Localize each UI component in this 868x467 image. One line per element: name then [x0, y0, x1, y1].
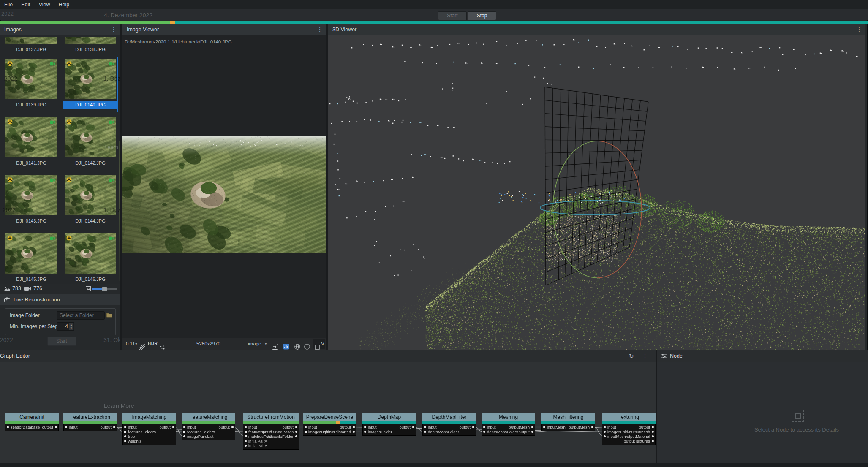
- input-pin[interactable]: [424, 431, 426, 433]
- live-reconstruction-start-button[interactable]: Start: [47, 337, 76, 346]
- input-pin[interactable]: [245, 440, 247, 442]
- image-thumbnail-list[interactable]: DJI_0137.JPGDJI_0138.JPGDJI_0139.JPGDJI_…: [0, 37, 120, 284]
- stop-button[interactable]: Stop: [468, 11, 496, 20]
- thumbnail-dji_0139[interactable]: DJI_0139.JPG: [4, 57, 58, 112]
- output-pin[interactable]: [55, 426, 57, 428]
- thumbnail-dji_0142[interactable]: DJI_0142.JPG: [63, 115, 117, 170]
- menu-edit[interactable]: Edit: [17, 0, 35, 9]
- menu-view[interactable]: View: [35, 0, 54, 9]
- output-pin[interactable]: [231, 426, 234, 428]
- graph-node-imagematching[interactable]: ImageMatchinginputoutputfeaturesFolderst…: [122, 413, 176, 445]
- thumbnail-dji_0143[interactable]: DJI_0143.JPG: [4, 173, 58, 228]
- input-pin[interactable]: [124, 431, 126, 433]
- graph-node-texturing[interactable]: TexturinginputoutputimagesFolderoutputMe…: [602, 413, 656, 445]
- hdr-toggle[interactable]: HDR: [148, 338, 158, 350]
- output-pin[interactable]: [652, 440, 654, 442]
- menu-help[interactable]: Help: [54, 0, 74, 9]
- input-pin[interactable]: [305, 426, 307, 428]
- output-pin[interactable]: [353, 431, 355, 433]
- thumbnail-dji_0138[interactable]: DJI_0138.JPG: [63, 37, 117, 57]
- input-pin[interactable]: [245, 435, 247, 437]
- image-viewer-menu-icon[interactable]: ⋮: [317, 26, 323, 33]
- channel-dropdown[interactable]: image: [248, 338, 261, 350]
- input-pin[interactable]: [245, 426, 247, 428]
- input-pin[interactable]: [245, 431, 247, 433]
- graph-node-featurematching[interactable]: FeatureMatchinginputoutputfeaturesFolder…: [182, 413, 235, 440]
- min-images-stepper[interactable]: 4 ▲ ▼: [57, 322, 74, 331]
- input-pin[interactable]: [124, 435, 126, 437]
- thumb-size-slider-handle[interactable]: [102, 287, 107, 291]
- input-pin[interactable]: [604, 431, 606, 433]
- input-pin[interactable]: [483, 426, 485, 428]
- graph-node-meshfiltering[interactable]: MeshFilteringinputMeshoutputMesh: [541, 413, 595, 431]
- graph-editor-menu-icon[interactable]: ⋮: [642, 352, 648, 360]
- input-pin[interactable]: [604, 426, 606, 428]
- refresh-icon[interactable]: ↻: [629, 350, 634, 362]
- output-pin[interactable]: [295, 426, 297, 428]
- point-cloud-viewport[interactable]: [328, 35, 865, 350]
- folder-icon[interactable]: [106, 312, 112, 318]
- thumbnail-dji_0141[interactable]: DJI_0141.JPG: [4, 115, 58, 170]
- intrinsics-icon: [7, 177, 13, 182]
- output-pin[interactable]: [531, 426, 533, 428]
- output-pin[interactable]: [295, 431, 297, 433]
- chevron-down-icon[interactable]: ▾: [265, 338, 267, 350]
- thumbnail-dji_0145[interactable]: DJI_0145.JPG: [4, 231, 58, 284]
- output-pin[interactable]: [531, 431, 533, 433]
- zoom-level[interactable]: 0.11x: [126, 338, 137, 350]
- reconstructed-camera-icon: [50, 61, 55, 67]
- thumb-size-slider[interactable]: [92, 288, 117, 290]
- graph-node-camerainit[interactable]: CameraInitsensorDatabaseoutput: [5, 413, 59, 431]
- output-pin[interactable]: [652, 426, 654, 428]
- input-pin[interactable]: [424, 426, 426, 428]
- start-button[interactable]: Start: [438, 11, 467, 20]
- input-pin[interactable]: [124, 426, 126, 428]
- image-folder-field[interactable]: Select a Folder: [57, 311, 105, 320]
- thumbnail-dji_0144[interactable]: DJI_0144.JPG: [63, 173, 117, 228]
- output-pin[interactable]: [412, 426, 414, 428]
- progress-segment: [170, 21, 175, 24]
- output-pin[interactable]: [652, 435, 654, 437]
- input-pin[interactable]: [183, 431, 185, 433]
- graph-node-structurefrommotion[interactable]: StructureFromMotioninputoutputfeaturesFo…: [243, 413, 299, 450]
- input-pin[interactable]: [183, 426, 185, 428]
- output-pin[interactable]: [472, 426, 474, 428]
- graph-canvas[interactable]: CameraInitsensorDatabaseoutputFeatureExt…: [0, 362, 656, 467]
- input-pin[interactable]: [364, 426, 366, 428]
- output-pin[interactable]: [172, 426, 174, 428]
- graph-node-depthmap[interactable]: DepthMapinputoutputimagesFolder: [362, 413, 416, 436]
- input-pin[interactable]: [483, 431, 485, 433]
- input-pin[interactable]: [245, 445, 247, 447]
- thumbnail-dji_0146[interactable]: DJI_0146.JPG: [63, 231, 117, 284]
- input-pin[interactable]: [305, 431, 307, 433]
- graph-node-depthmapfilter[interactable]: DepthMapFilterinputoutputdepthMapsFolder: [422, 413, 476, 436]
- input-pin[interactable]: [604, 435, 606, 437]
- thumbnail-dji_0140[interactable]: DJI_0140.JPG: [63, 57, 117, 112]
- thumbnail-dji_0137[interactable]: DJI_0137.JPG: [4, 37, 58, 57]
- input-pin[interactable]: [124, 440, 126, 442]
- images-panel-menu-icon[interactable]: ⋮: [111, 26, 117, 33]
- attribute-label: output: [519, 429, 530, 434]
- input-pin[interactable]: [183, 435, 185, 437]
- input-pin[interactable]: [65, 426, 67, 428]
- output-pin[interactable]: [295, 435, 297, 437]
- graph-node-featureextraction[interactable]: FeatureExtractioninputoutput: [63, 413, 117, 431]
- menu-file[interactable]: File: [0, 0, 17, 9]
- graph-node-meshing[interactable]: MeshinginputoutputMeshdepthMapsFolderout…: [482, 413, 535, 436]
- stepper-down-icon[interactable]: ▼: [69, 326, 73, 330]
- output-pin[interactable]: [353, 426, 355, 428]
- input-pin[interactable]: [7, 426, 9, 428]
- nabla-filter-icon[interactable]: ∇: [321, 338, 324, 350]
- attribute-label: weights: [128, 439, 141, 443]
- output-pin[interactable]: [113, 426, 115, 428]
- input-pin[interactable]: [364, 431, 366, 433]
- live-reconstruction-header[interactable]: Live Reconstruction: [0, 294, 120, 305]
- output-pin[interactable]: [652, 431, 654, 433]
- viewer-3d-menu-icon[interactable]: ⋮: [856, 26, 862, 33]
- viewed-photo[interactable]: [122, 136, 326, 253]
- stepper-up-icon[interactable]: ▲: [69, 323, 73, 326]
- output-pin[interactable]: [591, 426, 593, 428]
- progress-segment: [0, 21, 170, 24]
- input-pin[interactable]: [543, 426, 545, 428]
- graph-node-preparedensescene[interactable]: PrepareDenseSceneinputoutputimagesFolder…: [303, 413, 356, 436]
